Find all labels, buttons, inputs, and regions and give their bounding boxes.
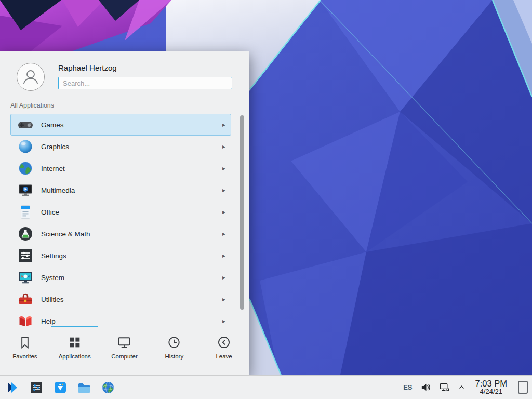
submenu-arrow-icon: ▸ bbox=[222, 231, 225, 237]
system-icon bbox=[17, 269, 34, 286]
submenu-arrow-icon: ▸ bbox=[222, 143, 225, 150]
system-settings-icon[interactable] bbox=[29, 380, 44, 395]
category-help[interactable]: Help ▸ bbox=[10, 310, 231, 326]
submenu-arrow-icon: ▸ bbox=[222, 122, 225, 128]
show-desktop-button[interactable] bbox=[518, 381, 528, 394]
keyboard-layout-indicator[interactable]: ES bbox=[403, 383, 412, 391]
utilities-icon bbox=[17, 291, 34, 308]
tab-leave[interactable]: Leave bbox=[199, 326, 249, 375]
tab-favorites[interactable]: Favorites bbox=[0, 326, 50, 375]
bookmark-icon bbox=[18, 335, 32, 350]
submenu-arrow-icon: ▸ bbox=[222, 318, 225, 324]
category-settings[interactable]: Settings ▸ bbox=[10, 245, 231, 267]
category-label: Utilities bbox=[41, 296, 222, 303]
category-label: Internet bbox=[41, 165, 222, 172]
submenu-arrow-icon: ▸ bbox=[222, 252, 225, 259]
category-label: Games bbox=[41, 121, 222, 129]
help-icon bbox=[17, 313, 34, 326]
category-utilities[interactable]: Utilities ▸ bbox=[10, 288, 231, 310]
category-label: Multimedia bbox=[41, 187, 222, 194]
graphics-icon bbox=[17, 138, 34, 155]
tab-history[interactable]: History bbox=[149, 326, 199, 375]
submenu-arrow-icon: ▸ bbox=[222, 274, 225, 281]
category-system[interactable]: System ▸ bbox=[10, 267, 231, 288]
user-avatar-icon bbox=[20, 66, 41, 87]
digital-clock[interactable]: 7:03 PM 4/24/21 bbox=[475, 379, 507, 396]
clock-date: 4/24/21 bbox=[480, 388, 502, 396]
avatar[interactable] bbox=[17, 63, 45, 91]
office-icon bbox=[17, 204, 34, 220]
volume-icon[interactable] bbox=[420, 382, 431, 393]
submenu-arrow-icon: ▸ bbox=[222, 165, 225, 171]
expand-tray-icon[interactable] bbox=[458, 383, 466, 391]
taskbar: ES 7:03 PM 4/24/21 bbox=[0, 375, 532, 399]
category-multimedia[interactable]: Multimedia ▸ bbox=[10, 179, 231, 201]
kickoff-icon[interactable] bbox=[5, 380, 20, 395]
section-label: All Applications bbox=[0, 95, 249, 114]
games-icon bbox=[17, 116, 34, 133]
web-browser-icon[interactable] bbox=[101, 380, 115, 395]
application-launcher: Raphael Hertzog All Applications Games ▸ bbox=[0, 51, 249, 375]
desktop: Raphael Hertzog All Applications Games ▸ bbox=[0, 0, 532, 399]
category-label: Science & Math bbox=[41, 230, 222, 238]
multimedia-icon bbox=[17, 182, 34, 198]
category-label: Help bbox=[41, 317, 222, 325]
network-icon[interactable] bbox=[439, 382, 450, 393]
internet-icon bbox=[17, 160, 34, 177]
clock-time: 7:03 PM bbox=[475, 379, 507, 388]
file-manager-icon[interactable] bbox=[77, 380, 91, 395]
grid-icon bbox=[68, 335, 82, 350]
tab-label: Computer bbox=[111, 353, 138, 360]
submenu-arrow-icon: ▸ bbox=[222, 209, 225, 215]
tab-label: Applications bbox=[59, 353, 91, 360]
app-category-list: Games ▸ Graphics ▸ bbox=[0, 114, 249, 326]
category-games[interactable]: Games ▸ bbox=[10, 114, 231, 136]
active-tab-indicator bbox=[51, 326, 98, 327]
tab-label: History bbox=[165, 353, 183, 360]
category-label: Graphics bbox=[41, 143, 222, 151]
launcher-tabbar: Favorites Applications Computer bbox=[0, 326, 249, 375]
submenu-arrow-icon: ▸ bbox=[222, 187, 225, 193]
category-graphics[interactable]: Graphics ▸ bbox=[10, 136, 231, 157]
category-label: System bbox=[41, 274, 222, 282]
category-internet[interactable]: Internet ▸ bbox=[10, 157, 231, 179]
clock-icon bbox=[167, 335, 181, 350]
system-tray: ES 7:03 PM 4/24/21 bbox=[403, 379, 528, 396]
tab-label: Favorites bbox=[12, 353, 37, 360]
leave-icon bbox=[217, 335, 231, 350]
monitor-icon bbox=[117, 335, 131, 350]
scrollbar[interactable] bbox=[240, 115, 244, 310]
science-icon bbox=[17, 225, 34, 242]
category-science-math[interactable]: Science & Math ▸ bbox=[10, 223, 231, 245]
tab-applications[interactable]: Applications bbox=[50, 326, 100, 375]
category-label: Office bbox=[41, 208, 222, 216]
launcher-header-right: Raphael Hertzog bbox=[58, 63, 232, 89]
launcher-header: Raphael Hertzog bbox=[0, 51, 249, 95]
settings-icon bbox=[17, 247, 34, 264]
tab-computer[interactable]: Computer bbox=[100, 326, 150, 375]
user-name: Raphael Hertzog bbox=[58, 63, 232, 72]
category-label: Settings bbox=[41, 252, 222, 260]
submenu-arrow-icon: ▸ bbox=[222, 296, 225, 302]
search-input[interactable] bbox=[58, 77, 232, 89]
tab-label: Leave bbox=[216, 353, 232, 360]
category-office[interactable]: Office ▸ bbox=[10, 201, 231, 223]
discover-icon[interactable] bbox=[53, 380, 68, 395]
